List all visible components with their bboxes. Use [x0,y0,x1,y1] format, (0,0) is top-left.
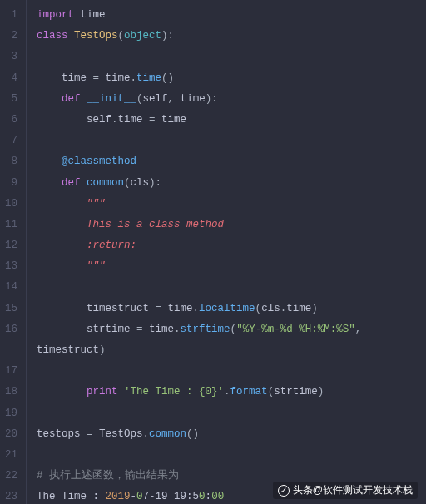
token-fn: common [87,177,124,189]
code-line: """ [37,256,426,277]
line-number: 5 [5,89,17,110]
token-fn: strftime [181,324,230,335]
token-pun: . [131,72,137,84]
line-number: 3 [5,47,17,67]
token-nm: 7-19 19:5 [143,491,200,502]
token-pun: ): [149,177,161,189]
code-editor: 1234567891011121314151617181920212223 im… [0,0,426,504]
line-number [5,340,17,361]
token-nm: The Time : [37,491,106,502]
watermark-at: @ [313,484,323,496]
token-pun: = [93,72,100,84]
token-nm [37,240,87,251]
code-line: strtime = time.strftime("%Y-%m-%d %H:%M:… [37,319,426,340]
line-number: 17 [5,361,17,382]
line-number: 19 [5,403,17,424]
token-nm: cls [131,177,150,189]
token-nm: time [143,324,175,335]
token-doc: """ [87,198,106,210]
code-line [37,131,426,151]
token-pun: . [224,386,230,398]
code-line [37,403,426,424]
token-str: 'The Time : {0}' [124,386,224,398]
token-doc: """ [87,260,106,272]
token-nm: self [37,114,111,126]
token-nm [37,260,87,272]
token-kw: def [62,177,81,189]
token-pun: () [186,428,199,440]
code-line [37,445,426,466]
token-nm [37,198,87,210]
token-kw: class [37,30,68,42]
token-date-g: 0 [199,491,206,502]
token-pun: () [161,72,174,84]
token-pun: ( [268,386,275,398]
code-line [37,277,426,298]
token-nm [37,177,62,189]
token-nm: cls [261,303,280,314]
token-nm: time [161,303,193,314]
token-nm: time [74,9,106,21]
code-line: import time [37,5,426,26]
code-line: timestruct) [37,340,426,361]
code-line: self.time = time [37,110,426,131]
token-date-y: 2019 [106,491,131,502]
token-nm: time [286,303,311,314]
line-number: 15 [5,299,17,319]
token-nm [68,30,75,42]
code-line: """ [37,194,426,215]
token-fn: common [149,428,186,440]
token-fn: __init__ [87,93,136,105]
token-pun: = [87,428,93,440]
token-pun: ( [124,177,131,189]
watermark-name: 软件测试开发技术栈 [323,484,413,496]
code-line: time = time.time() [37,68,426,89]
line-number: 9 [5,173,17,194]
token-kw: import [37,9,74,21]
token-pun: . [143,428,150,440]
code-line [37,361,426,382]
token-fn: localtime [199,303,255,314]
line-number: 20 [5,424,17,445]
token-pun: = [136,324,143,335]
line-number: 2 [5,26,17,47]
token-nm: time [181,93,206,105]
token-nm: strtime [274,386,318,398]
token-nm: time [118,114,150,126]
token-nm: time [37,72,93,84]
line-number: 1 [5,5,17,26]
token-pun: ): [161,30,174,42]
line-number: 23 [5,487,17,504]
token-pun: ) [311,303,318,314]
token-pun: = [156,303,162,314]
token-pun: , [355,324,368,335]
token-pun: . [174,324,181,335]
watermark-icon: ✓ [278,485,290,497]
token-nm [81,177,87,189]
line-number: 14 [5,277,17,298]
token-pun: , [168,93,181,105]
token-pun: ( [118,30,125,42]
token-nm: timestruct [37,303,156,314]
token-nm [81,93,87,105]
line-number: 16 [5,319,17,340]
code-line: def __init__(self, time): [37,89,426,110]
token-date-g: 0 [136,491,143,502]
token-nm: : [206,491,212,502]
token-pun: ) [99,344,106,356]
token-nm [37,386,87,398]
token-pun: . [111,114,118,126]
token-nm [118,386,125,398]
code-line: class TestOps(object): [37,26,426,47]
token-pun: ): [206,93,218,105]
line-number: 7 [5,131,17,151]
token-kw: def [62,93,81,105]
token-pun: . [193,303,200,314]
token-nm: time [156,114,187,126]
code-line [37,47,426,67]
line-number: 4 [5,68,17,89]
token-nm: strtime [37,324,136,335]
line-number: 10 [5,194,17,215]
token-pun: ( [230,324,237,335]
line-number: 6 [5,110,17,131]
